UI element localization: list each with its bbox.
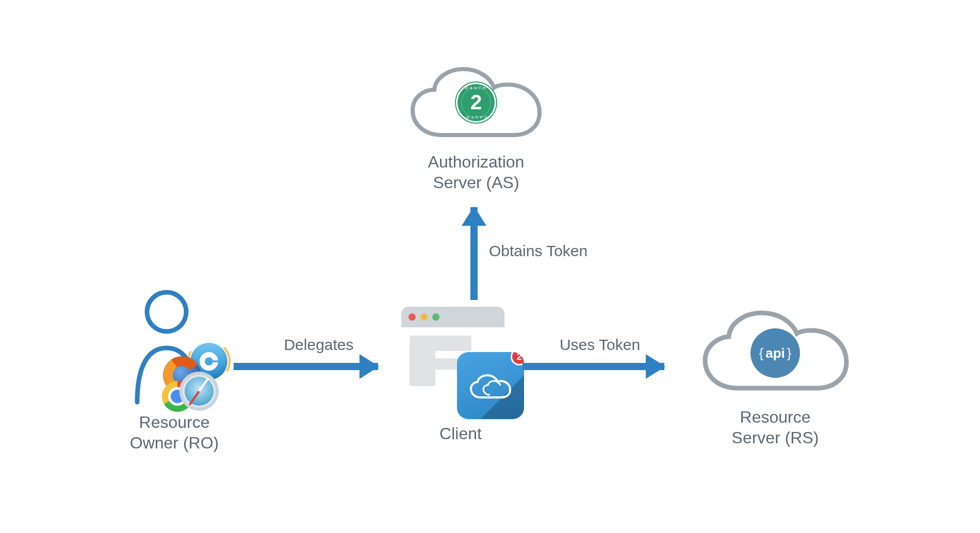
arrow-obtains-token — [470, 207, 478, 300]
cloud-app-tile-icon: 2 — [457, 352, 524, 419]
node-label: Resource Server (RS) — [680, 407, 871, 448]
edge-label-uses-token: Uses Token — [541, 336, 659, 354]
window-max-dot-icon — [432, 313, 439, 321]
browser-logos-icon — [162, 341, 229, 408]
oauth-flow-diagram: OAUTH 2 OAUTH Authorization Server (AS) — [107, 63, 873, 470]
node-client: 2 Client — [394, 307, 528, 444]
cloud-icon: OAUTH 2 OAUTH — [406, 63, 546, 145]
window-close-dot-icon — [409, 313, 416, 321]
cloud-icon: {api} — [698, 307, 853, 399]
oauth-version: 2 — [470, 91, 482, 114]
user-with-browsers-icon — [123, 286, 226, 405]
node-label: Client — [394, 423, 528, 444]
node-label: Resource Owner (RO) — [107, 412, 241, 453]
api-badge-icon: {api} — [750, 328, 800, 378]
edge-label-delegates: Delegates — [262, 336, 375, 354]
window-min-dot-icon — [420, 313, 428, 321]
node-label: Authorization Server (AS) — [394, 152, 559, 193]
arrow-uses-token — [522, 363, 664, 370]
safari-icon — [179, 372, 219, 411]
edge-label-obtains-token: Obtains Token — [489, 242, 608, 260]
arrow-delegates — [234, 363, 378, 370]
oauth2-badge-icon: OAUTH 2 OAUTH — [456, 82, 496, 123]
node-resource-server: {api} Resource Server (RS) — [680, 307, 871, 448]
oauth-ring-text: OAUTH — [458, 115, 495, 120]
node-resource-owner: Resource Owner (RO) — [107, 286, 241, 453]
node-authorization-server: OAUTH 2 OAUTH Authorization Server (AS) — [394, 63, 559, 193]
svg-point-0 — [147, 292, 186, 331]
client-app-icon: 2 — [401, 307, 520, 415]
oauth-ring-text: OAUTH — [458, 86, 495, 90]
